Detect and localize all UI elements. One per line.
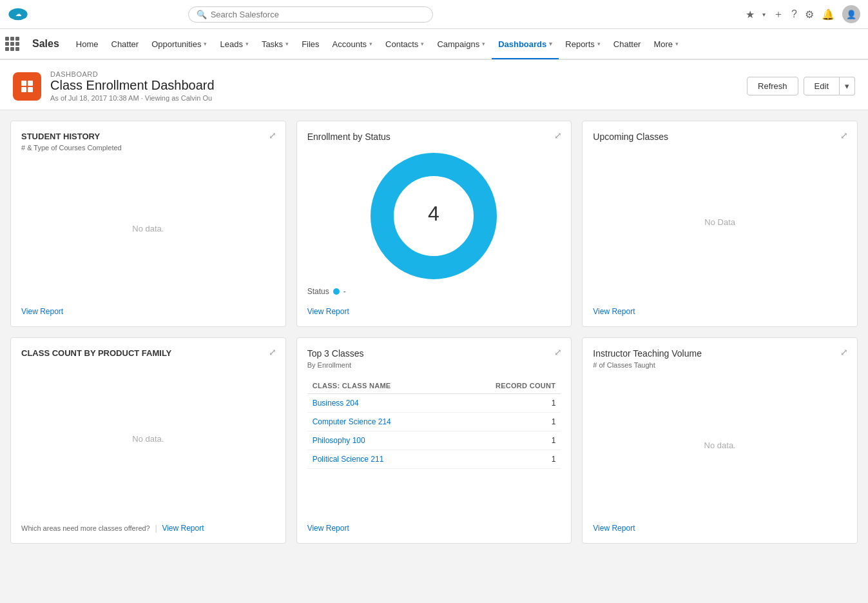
chevron-down-icon: ▾ (369, 41, 372, 47)
table-row: Business 204 1 (307, 394, 561, 413)
nav-item-chatter1[interactable]: Chatter (105, 30, 146, 59)
avatar[interactable]: 👤 (842, 5, 860, 23)
nav-items: Home Chatter Opportunities▾ Leads▾ Tasks… (70, 29, 685, 59)
nav-bar: Sales Home Chatter Opportunities▾ Leads▾… (0, 29, 868, 60)
class-name-cell: Political Science 211 (307, 450, 449, 469)
instructor-volume-no-data: No data. (593, 374, 847, 517)
class-name-link[interactable]: Political Science 211 (313, 455, 384, 464)
nav-item-accounts[interactable]: Accounts▾ (326, 30, 379, 59)
donut-svg: 4 (369, 152, 498, 281)
enrollment-status-footer: View Report (307, 300, 561, 316)
upcoming-classes-title: Upcoming Classes (593, 132, 847, 142)
chevron-down-icon: ▾ (597, 41, 601, 47)
upcoming-classes-view-report[interactable]: View Report (593, 307, 635, 316)
page-actions: Refresh Edit ▾ (747, 77, 855, 95)
donut-legend: Status - (307, 287, 561, 296)
page-subtitle: As of Jul 18, 2017 10:38 AM · Viewing as… (50, 94, 215, 102)
help-icon[interactable]: ? (791, 8, 797, 20)
expand-icon[interactable]: ⤢ (840, 347, 848, 357)
upcoming-classes-footer: View Report (593, 300, 847, 316)
svg-rect-4 (21, 87, 26, 92)
nav-item-home[interactable]: Home (70, 30, 105, 59)
nav-item-leads[interactable]: Leads▾ (213, 30, 255, 59)
salesforce-logo[interactable]: ☁ (8, 4, 28, 25)
class-name-cell: Philosophy 100 (307, 431, 449, 450)
student-history-view-report[interactable]: View Report (21, 307, 63, 316)
upcoming-classes-no-data: No Data (593, 144, 847, 300)
app-name: Sales (24, 38, 67, 50)
page-title: Class Enrollment Dashboard (50, 78, 215, 93)
class-count-footer: Which areas need more classes offered? |… (21, 517, 275, 533)
expand-icon[interactable]: ⤢ (554, 347, 562, 357)
top3-subtitle: By Enrollment (307, 361, 561, 369)
record-count-cell: 1 (448, 450, 561, 469)
svg-rect-2 (21, 81, 26, 86)
chevron-down-icon: ▾ (204, 41, 207, 47)
dashboard-icon (13, 72, 41, 101)
widget-student-history-title: STUDENT HISTORY (21, 132, 275, 141)
nav-item-contacts[interactable]: Contacts▾ (379, 30, 430, 59)
refresh-button[interactable]: Refresh (747, 77, 798, 95)
class-name-link[interactable]: Philosophy 100 (313, 436, 365, 445)
widget-class-count: Class Count by Product Family ⤢ No data.… (10, 337, 286, 544)
table-row: Computer Science 214 1 (307, 413, 561, 431)
top3-title: Top 3 Classes (307, 348, 561, 359)
student-history-no-data: No data. (21, 157, 275, 300)
favorites-icon[interactable]: ★ (746, 8, 755, 21)
legend-dot-blue (333, 288, 340, 295)
search-input[interactable] (211, 10, 425, 19)
enrollment-status-title: Enrollment by Status (307, 132, 561, 142)
enrollment-status-view-report[interactable]: View Report (307, 307, 349, 316)
table-row: Political Science 211 1 (307, 450, 561, 469)
instructor-volume-view-report[interactable]: View Report (593, 524, 635, 533)
nav-item-more[interactable]: More▾ (647, 30, 685, 59)
donut-center-value: 4 (429, 202, 440, 225)
widget-enrollment-status: Enrollment by Status ⤢ 4 Status - View R… (296, 121, 572, 327)
nav-item-chatter2[interactable]: Chatter (607, 30, 648, 59)
widget-upcoming-classes: Upcoming Classes ⤢ No Data View Report (582, 121, 858, 327)
nav-item-opportunities[interactable]: Opportunities▾ (145, 30, 213, 59)
expand-icon[interactable]: ⤢ (269, 130, 276, 141)
student-history-footer: View Report (21, 300, 275, 316)
nav-item-files[interactable]: Files (295, 30, 325, 59)
nav-item-reports[interactable]: Reports▾ (559, 30, 607, 59)
svg-rect-5 (28, 87, 33, 92)
search-box: 🔍 (188, 6, 433, 23)
svg-rect-3 (28, 81, 33, 86)
search-icon: 🔍 (197, 10, 207, 19)
edit-dropdown-button[interactable]: ▾ (840, 77, 855, 95)
top3-footer: View Report (307, 517, 561, 533)
page-header: DASHBOARD Class Enrollment Dashboard As … (0, 60, 868, 110)
settings-icon[interactable]: ⚙ (805, 8, 814, 21)
notifications-icon[interactable]: 🔔 (822, 8, 834, 21)
chevron-down-icon: ▾ (246, 41, 249, 47)
edit-button[interactable]: Edit (804, 77, 840, 95)
page-title-section: DASHBOARD Class Enrollment Dashboard As … (50, 70, 215, 102)
page-header-left: DASHBOARD Class Enrollment Dashboard As … (13, 70, 215, 102)
page-label: DASHBOARD (50, 70, 215, 78)
favorites-dropdown-icon[interactable]: ▾ (762, 11, 766, 18)
expand-icon[interactable]: ⤢ (554, 130, 562, 141)
class-name-link[interactable]: Business 204 (313, 399, 359, 408)
expand-icon[interactable]: ⤢ (840, 130, 848, 141)
record-count-cell: 1 (448, 413, 561, 431)
class-name-link[interactable]: Computer Science 214 (313, 417, 391, 426)
top3-view-report[interactable]: View Report (307, 524, 349, 533)
nav-item-dashboards[interactable]: Dashboards▾ (492, 30, 559, 59)
svg-text:☁: ☁ (15, 11, 21, 17)
class-count-view-report[interactable]: View Report (162, 524, 204, 533)
footer-pipe: | (155, 523, 159, 533)
instructor-volume-subtitle: # of Classes Taught (593, 361, 847, 369)
chevron-down-icon: ▾ (421, 41, 424, 47)
nav-item-tasks[interactable]: Tasks▾ (255, 30, 295, 59)
class-count-footer-text: Which areas need more classes offered? (21, 524, 150, 532)
nav-item-campaigns[interactable]: Campaigns▾ (430, 30, 492, 59)
app-launcher-icon[interactable] (5, 37, 19, 51)
instructor-volume-footer: View Report (593, 517, 847, 533)
add-icon[interactable]: ＋ (773, 8, 784, 21)
col-record-count: RECORD COUNT (448, 378, 561, 394)
expand-icon[interactable]: ⤢ (269, 347, 276, 357)
widget-instructor-volume: Instructor Teaching Volume # of Classes … (582, 337, 858, 544)
class-count-title: Class Count by Product Family (21, 348, 275, 358)
top3-table: CLASS: CLASS NAME RECORD COUNT Business … (307, 378, 561, 469)
